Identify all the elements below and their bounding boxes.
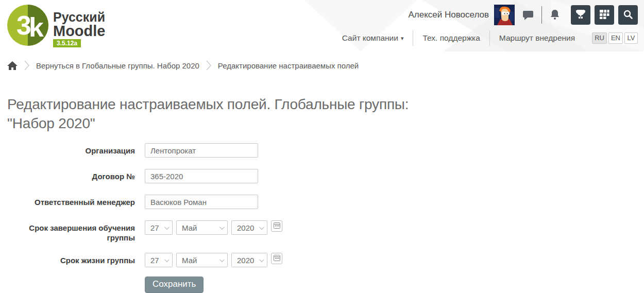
chevron-down-icon xyxy=(164,225,170,230)
caret-down-icon: ▾ xyxy=(401,35,404,42)
messages-icon[interactable] xyxy=(522,9,534,21)
group-lifetime-month-value: Май xyxy=(182,256,197,265)
form-actions: Сохранить xyxy=(145,277,637,293)
secondary-nav: Сайт компании ▾ Тех. поддержка Маршрут в… xyxy=(333,30,638,46)
page-title: Редактирование настраиваемых полей. Глоб… xyxy=(7,95,637,133)
svg-text:k: k xyxy=(29,12,44,42)
avatar[interactable] xyxy=(494,5,515,25)
nav-implementation-route[interactable]: Маршрут внедрения xyxy=(490,33,584,43)
logo-title-line2: Moodle xyxy=(53,24,106,38)
achievements-trophy-button[interactable] xyxy=(571,5,590,25)
contract-number-label: Договор № xyxy=(7,169,135,181)
icon-divider xyxy=(541,6,542,24)
training-end-month-value: Май xyxy=(182,223,197,232)
manager-label: Ответственный менеджер xyxy=(7,195,135,207)
calendar-icon xyxy=(274,254,280,263)
chevron-down-icon xyxy=(164,257,170,262)
notifications-bell-icon[interactable] xyxy=(549,9,561,21)
training-end-month-select[interactable]: Май xyxy=(176,220,228,235)
group-lifetime-year-select[interactable]: 2020 xyxy=(231,253,267,267)
nav-tech-support-label: Тех. поддержка xyxy=(422,33,480,43)
group-lifetime-day-value: 27 xyxy=(150,256,159,265)
training-end-year-select[interactable]: 2020 xyxy=(231,220,267,235)
user-name[interactable]: Алексей Новоселов xyxy=(408,10,489,20)
chevron-right-icon xyxy=(206,59,212,72)
site-logo[interactable]: 3 k Русский Moodle 3.5.12a xyxy=(6,4,106,49)
lang-button-ru[interactable]: RU xyxy=(592,32,607,44)
form-row-contract: Договор № xyxy=(7,169,637,183)
page-title-line1: Редактирование настраиваемых полей. Глоб… xyxy=(7,96,409,112)
home-icon[interactable] xyxy=(7,61,18,70)
group-lifetime-calendar-button[interactable] xyxy=(271,253,282,264)
group-lifetime-year-value: 2020 xyxy=(237,256,254,265)
search-button[interactable] xyxy=(618,5,638,25)
save-button[interactable]: Сохранить xyxy=(145,277,204,293)
lang-button-en[interactable]: EN xyxy=(608,32,623,44)
organization-input[interactable] xyxy=(145,143,258,158)
group-lifetime-label: Срок жизни группы xyxy=(7,253,135,265)
nav-tech-support[interactable]: Тех. поддержка xyxy=(413,33,489,43)
breadcrumb-current-page: Редактирование настраиваемых полей xyxy=(218,61,359,70)
chevron-right-icon xyxy=(24,59,30,72)
group-lifetime-day-select[interactable]: 27 xyxy=(145,253,173,267)
user-row: Алексей Новоселов xyxy=(333,0,638,30)
training-end-calendar-button[interactable] xyxy=(271,220,282,232)
header: 3 k Русский Moodle 3.5.12a Алексей Новос… xyxy=(0,0,644,51)
nav-implementation-route-label: Маршрут внедрения xyxy=(499,33,575,43)
logo-3k-icon: 3 k xyxy=(6,4,49,49)
lang-button-lv[interactable]: LV xyxy=(624,32,638,44)
calendar-icon xyxy=(274,222,280,230)
language-switcher: RU EN LV xyxy=(590,32,638,44)
group-lifetime-month-select[interactable]: Май xyxy=(176,253,228,267)
main-content: Редактирование настраиваемых полей. Глоб… xyxy=(0,95,644,293)
logo-title-line1: Русский xyxy=(53,10,106,24)
organization-label: Организация xyxy=(7,143,135,156)
form-row-group-lifetime: Срок жизни группы 27 Май 2020 xyxy=(7,253,637,267)
chevron-down-icon xyxy=(219,225,225,230)
version-badge: 3.5.12a xyxy=(53,39,81,47)
custom-fields-form: Организация Договор № Ответственный мене… xyxy=(7,143,637,293)
breadcrumb-link-groups[interactable]: Вернуться в Глобальные группы. Набор 202… xyxy=(36,61,199,70)
apps-grid-button[interactable] xyxy=(595,5,614,25)
training-end-year-value: 2020 xyxy=(237,223,254,232)
breadcrumb: Вернуться в Глобальные группы. Набор 202… xyxy=(0,54,644,77)
form-row-manager: Ответственный менеджер xyxy=(7,195,637,209)
logo-text: Русский Moodle 3.5.12a xyxy=(53,4,106,47)
training-end-day-value: 27 xyxy=(150,223,159,232)
nav-company-site-label: Сайт компании xyxy=(342,33,398,43)
training-end-date-label: Срок завершения обучения группы xyxy=(7,220,135,243)
manager-input[interactable] xyxy=(145,195,258,209)
form-row-organization: Организация xyxy=(7,143,637,158)
chevron-down-icon xyxy=(259,225,264,230)
search-icon xyxy=(622,9,634,22)
page-title-line2: "Набор 2020" xyxy=(7,115,95,131)
nav-company-site[interactable]: Сайт компании ▾ xyxy=(333,33,413,43)
grid-icon xyxy=(599,9,610,22)
chevron-down-icon xyxy=(259,257,264,262)
chevron-down-icon xyxy=(219,257,225,262)
form-row-training-end-date: Срок завершения обучения группы 27 Май 2… xyxy=(7,220,637,243)
contract-number-input[interactable] xyxy=(145,169,258,183)
header-right: Алексей Новоселов xyxy=(333,0,638,46)
trophy-icon xyxy=(575,9,586,22)
training-end-day-select[interactable]: 27 xyxy=(145,220,173,235)
